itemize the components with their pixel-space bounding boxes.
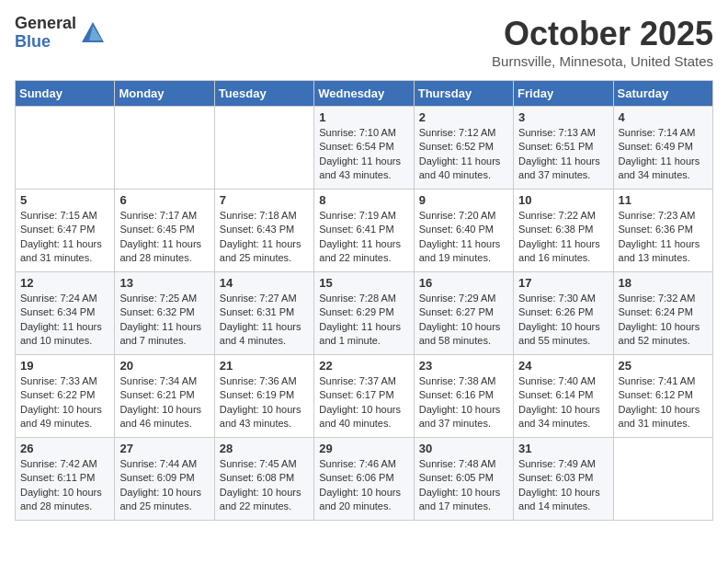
- day-number: 30: [419, 442, 508, 455]
- day-info: Sunrise: 7:20 AM Sunset: 6:40 PM Dayligh…: [419, 209, 508, 266]
- calendar-cell: 2Sunrise: 7:12 AM Sunset: 6:52 PM Daylig…: [414, 107, 513, 190]
- day-number: 14: [220, 276, 309, 290]
- day-info: Sunrise: 7:14 AM Sunset: 6:49 PM Dayligh…: [619, 126, 708, 183]
- day-info: Sunrise: 7:13 AM Sunset: 6:51 PM Dayligh…: [518, 126, 608, 183]
- calendar-week-row: 1Sunrise: 7:10 AM Sunset: 6:54 PM Daylig…: [16, 107, 713, 190]
- calendar-cell: 9Sunrise: 7:20 AM Sunset: 6:40 PM Daylig…: [414, 190, 513, 272]
- day-number: 11: [619, 193, 708, 207]
- day-info: Sunrise: 7:46 AM Sunset: 6:06 PM Dayligh…: [319, 457, 408, 514]
- logo: General Blue: [15, 15, 106, 52]
- day-number: 24: [518, 359, 608, 373]
- day-number: 27: [119, 442, 209, 455]
- calendar-cell: 18Sunrise: 7:32 AM Sunset: 6:24 PM Dayli…: [613, 272, 712, 355]
- calendar-cell: 12Sunrise: 7:24 AM Sunset: 6:34 PM Dayli…: [16, 272, 115, 355]
- calendar-cell: 7Sunrise: 7:18 AM Sunset: 6:43 PM Daylig…: [214, 190, 313, 272]
- day-number: 12: [20, 276, 109, 290]
- day-info: Sunrise: 7:34 AM Sunset: 6:21 PM Dayligh…: [119, 374, 209, 431]
- day-info: Sunrise: 7:48 AM Sunset: 6:05 PM Dayligh…: [419, 457, 508, 514]
- day-number: 25: [619, 359, 708, 373]
- title-block: October 2025 Burnsville, Minnesota, Unit…: [492, 15, 713, 69]
- day-info: Sunrise: 7:22 AM Sunset: 6:38 PM Dayligh…: [518, 209, 608, 266]
- day-info: Sunrise: 7:15 AM Sunset: 6:47 PM Dayligh…: [20, 209, 109, 266]
- day-info: Sunrise: 7:23 AM Sunset: 6:36 PM Dayligh…: [619, 209, 708, 266]
- logo-icon: [80, 20, 106, 46]
- calendar-cell: [115, 107, 214, 190]
- logo-general-text: General: [15, 15, 76, 33]
- calendar-cell: 28Sunrise: 7:45 AM Sunset: 6:08 PM Dayli…: [214, 438, 313, 521]
- calendar-cell: 14Sunrise: 7:27 AM Sunset: 6:31 PM Dayli…: [214, 272, 313, 355]
- day-number: 13: [119, 276, 209, 290]
- day-number: 8: [319, 193, 408, 207]
- day-number: 10: [518, 193, 608, 207]
- day-number: 26: [20, 442, 109, 455]
- logo-blue-text: Blue: [15, 33, 76, 52]
- day-info: Sunrise: 7:49 AM Sunset: 6:03 PM Dayligh…: [518, 457, 608, 514]
- day-number: 22: [319, 359, 408, 373]
- calendar-cell: 20Sunrise: 7:34 AM Sunset: 6:21 PM Dayli…: [115, 355, 214, 438]
- location-text: Burnsville, Minnesota, United States: [492, 53, 713, 69]
- day-number: 1: [319, 110, 408, 124]
- calendar-cell: 13Sunrise: 7:25 AM Sunset: 6:32 PM Dayli…: [115, 272, 214, 355]
- day-number: 29: [319, 442, 408, 455]
- day-info: Sunrise: 7:40 AM Sunset: 6:14 PM Dayligh…: [518, 374, 608, 431]
- calendar-cell: 30Sunrise: 7:48 AM Sunset: 6:05 PM Dayli…: [414, 438, 513, 521]
- weekday-header: Saturday: [613, 81, 712, 107]
- day-info: Sunrise: 7:32 AM Sunset: 6:24 PM Dayligh…: [619, 292, 708, 349]
- weekday-header: Thursday: [414, 81, 513, 107]
- calendar-cell: 23Sunrise: 7:38 AM Sunset: 6:16 PM Dayli…: [414, 355, 513, 438]
- day-info: Sunrise: 7:25 AM Sunset: 6:32 PM Dayligh…: [119, 292, 209, 349]
- day-info: Sunrise: 7:37 AM Sunset: 6:17 PM Dayligh…: [319, 374, 408, 431]
- calendar-cell: 16Sunrise: 7:29 AM Sunset: 6:27 PM Dayli…: [414, 272, 513, 355]
- day-number: 4: [619, 110, 708, 124]
- day-number: 2: [419, 110, 508, 124]
- calendar-cell: 6Sunrise: 7:17 AM Sunset: 6:45 PM Daylig…: [115, 190, 214, 272]
- weekday-header: Sunday: [16, 81, 115, 107]
- page-header: General Blue October 2025 Burnsville, Mi…: [15, 15, 713, 69]
- calendar-cell: 27Sunrise: 7:44 AM Sunset: 6:09 PM Dayli…: [115, 438, 214, 521]
- day-number: 16: [419, 276, 508, 290]
- calendar-cell: 17Sunrise: 7:30 AM Sunset: 6:26 PM Dayli…: [514, 272, 613, 355]
- day-number: 31: [518, 442, 608, 455]
- day-number: 28: [220, 442, 309, 455]
- day-info: Sunrise: 7:45 AM Sunset: 6:08 PM Dayligh…: [220, 457, 309, 514]
- calendar-week-row: 19Sunrise: 7:33 AM Sunset: 6:22 PM Dayli…: [16, 355, 713, 438]
- weekday-header: Monday: [115, 81, 214, 107]
- day-info: Sunrise: 7:29 AM Sunset: 6:27 PM Dayligh…: [419, 292, 508, 349]
- calendar-cell: [16, 107, 115, 190]
- calendar-cell: 10Sunrise: 7:22 AM Sunset: 6:38 PM Dayli…: [514, 190, 613, 272]
- day-info: Sunrise: 7:33 AM Sunset: 6:22 PM Dayligh…: [20, 374, 109, 431]
- weekday-header: Wednesday: [314, 81, 414, 107]
- day-info: Sunrise: 7:12 AM Sunset: 6:52 PM Dayligh…: [419, 126, 508, 183]
- calendar-cell: 21Sunrise: 7:36 AM Sunset: 6:19 PM Dayli…: [214, 355, 313, 438]
- day-info: Sunrise: 7:18 AM Sunset: 6:43 PM Dayligh…: [220, 209, 309, 266]
- calendar-cell: 11Sunrise: 7:23 AM Sunset: 6:36 PM Dayli…: [613, 190, 712, 272]
- day-number: 20: [119, 359, 209, 373]
- day-info: Sunrise: 7:41 AM Sunset: 6:12 PM Dayligh…: [619, 374, 708, 431]
- day-number: 15: [319, 276, 408, 290]
- day-number: 23: [419, 359, 508, 373]
- calendar-cell: 26Sunrise: 7:42 AM Sunset: 6:11 PM Dayli…: [16, 438, 115, 521]
- calendar-cell: 31Sunrise: 7:49 AM Sunset: 6:03 PM Dayli…: [514, 438, 613, 521]
- calendar-cell: [214, 107, 313, 190]
- calendar-cell: 24Sunrise: 7:40 AM Sunset: 6:14 PM Dayli…: [514, 355, 613, 438]
- day-info: Sunrise: 7:42 AM Sunset: 6:11 PM Dayligh…: [20, 457, 109, 514]
- day-info: Sunrise: 7:44 AM Sunset: 6:09 PM Dayligh…: [119, 457, 209, 514]
- month-title: October 2025: [492, 15, 713, 53]
- day-info: Sunrise: 7:36 AM Sunset: 6:19 PM Dayligh…: [220, 374, 309, 431]
- day-number: 5: [20, 193, 109, 207]
- day-info: Sunrise: 7:28 AM Sunset: 6:29 PM Dayligh…: [319, 292, 408, 349]
- calendar-cell: 8Sunrise: 7:19 AM Sunset: 6:41 PM Daylig…: [314, 190, 414, 272]
- day-number: 9: [419, 193, 508, 207]
- calendar-week-row: 5Sunrise: 7:15 AM Sunset: 6:47 PM Daylig…: [16, 190, 713, 272]
- weekday-header: Tuesday: [214, 81, 313, 107]
- weekday-header-row: SundayMondayTuesdayWednesdayThursdayFrid…: [16, 81, 713, 107]
- day-number: 7: [220, 193, 309, 207]
- calendar-cell: 29Sunrise: 7:46 AM Sunset: 6:06 PM Dayli…: [314, 438, 414, 521]
- day-info: Sunrise: 7:30 AM Sunset: 6:26 PM Dayligh…: [518, 292, 608, 349]
- calendar-cell: 5Sunrise: 7:15 AM Sunset: 6:47 PM Daylig…: [16, 190, 115, 272]
- day-info: Sunrise: 7:38 AM Sunset: 6:16 PM Dayligh…: [419, 374, 508, 431]
- calendar-cell: 1Sunrise: 7:10 AM Sunset: 6:54 PM Daylig…: [314, 107, 414, 190]
- calendar-cell: 22Sunrise: 7:37 AM Sunset: 6:17 PM Dayli…: [314, 355, 414, 438]
- calendar-week-row: 26Sunrise: 7:42 AM Sunset: 6:11 PM Dayli…: [16, 438, 713, 521]
- calendar-cell: 15Sunrise: 7:28 AM Sunset: 6:29 PM Dayli…: [314, 272, 414, 355]
